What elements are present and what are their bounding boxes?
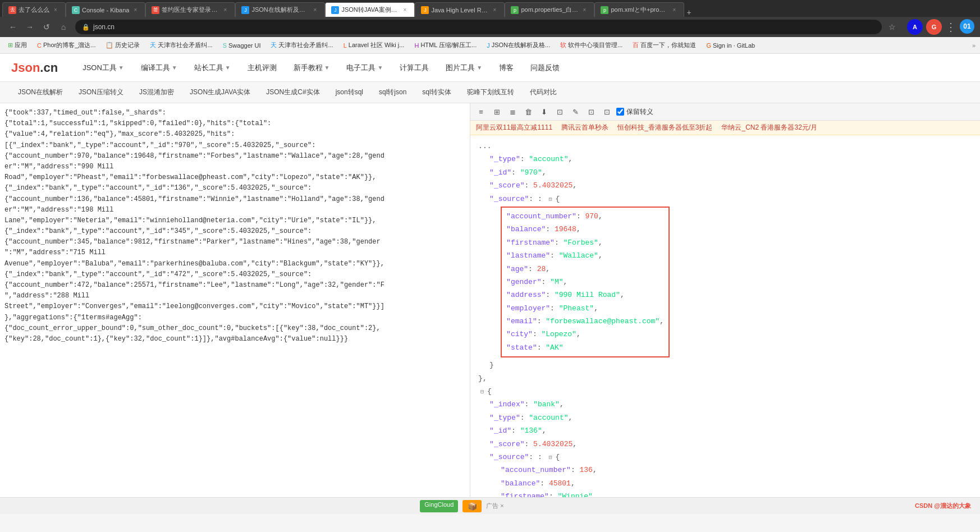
- bookmark-software[interactable]: 软 软件中心项目管理...: [557, 40, 626, 51]
- sub-nav-diff[interactable]: 代码对比: [523, 85, 564, 99]
- nav-electronic[interactable]: 电子工具 ▼: [338, 59, 391, 76]
- left-panel[interactable]: {"took":337,"timed_out":false,"_shards":…: [0, 103, 470, 497]
- ad-aliyun[interactable]: 阿里云双11最高立减1111: [476, 123, 552, 132]
- user-avatar[interactable]: 01: [960, 19, 974, 34]
- menu-button[interactable]: ⋮: [945, 19, 956, 35]
- tab-close-7[interactable]: ×: [580, 6, 588, 14]
- toolbar-edit-icon[interactable]: ✎: [569, 106, 581, 118]
- tab-close-2[interactable]: ×: [131, 6, 139, 14]
- tab-close-4[interactable]: ×: [311, 6, 319, 14]
- bookmark-html-label: HTML 压缩/解压工...: [420, 41, 477, 49]
- toolbar-expand-icon[interactable]: ⊡: [585, 106, 597, 118]
- tab-close-6[interactable]: ×: [491, 6, 498, 14]
- bookmark-baidu[interactable]: 百 百度一下，你就知道: [629, 40, 699, 51]
- tab-close-1[interactable]: ×: [52, 6, 59, 14]
- sub-nav-sql-entity[interactable]: sql转实体: [415, 85, 457, 99]
- tab-close-5[interactable]: ×: [401, 6, 409, 14]
- extension-2[interactable]: G: [926, 19, 942, 35]
- save-escape-toggle[interactable]: 保留转义: [616, 107, 653, 117]
- ad-close[interactable]: 广告 ×: [486, 502, 503, 510]
- nav-webmaster[interactable]: 站长工具 ▼: [186, 59, 239, 76]
- sub-nav-json-csharp[interactable]: JSON生成C#实体: [259, 85, 326, 99]
- ad-huanayun[interactable]: 华纳云_CN2 香港服务器32元/月: [721, 123, 817, 132]
- bookmark-4[interactable]: 天 天津市社会矛盾纠...: [267, 40, 336, 51]
- bookmark-laravel-label: Laravel 社区 Wiki j...: [349, 41, 405, 49]
- site-logo[interactable]: Json.cn: [11, 61, 58, 75]
- sub-nav-js-obfuscate[interactable]: JS混淆加密: [132, 85, 181, 99]
- bookmark-3[interactable]: 天 天津市社会矛盾纠...: [146, 40, 216, 51]
- toolbar-grid-icon[interactable]: ⊞: [491, 106, 503, 118]
- sub-nav-json-sql[interactable]: json转sql: [329, 85, 370, 99]
- tab-6[interactable]: J Java High Level REST Cli... ×: [415, 2, 505, 17]
- ad-tencent[interactable]: 腾讯云首单秒杀: [561, 123, 608, 132]
- reload-button[interactable]: ↺: [39, 20, 54, 34]
- bookmark-2[interactable]: 📋 历史记录: [102, 40, 143, 51]
- new-tab-button[interactable]: +: [686, 8, 691, 17]
- nav-json-tools-label: JSON工具: [83, 63, 117, 73]
- sub-nav-online-parse[interactable]: JSON在线解析: [11, 85, 70, 99]
- tab-close-3[interactable]: ×: [221, 6, 229, 14]
- tab-7[interactable]: p pom.properties_白整理... ×: [505, 2, 594, 17]
- bookmark-json[interactable]: J JSON在线解析及格...: [483, 40, 553, 51]
- save-escape-label: 保留转义: [626, 107, 653, 117]
- nav-compile-label: 编译工具: [141, 63, 170, 73]
- toolbar-share-icon[interactable]: ⊡: [601, 106, 613, 118]
- bookmark-html[interactable]: H HTML 压缩/解压工...: [411, 40, 480, 51]
- bookmark-laravel[interactable]: L Laravel 社区 Wiki j...: [340, 40, 408, 51]
- nav-tutorial[interactable]: 新手教程 ▼: [286, 59, 338, 76]
- bookmark-swagger[interactable]: S Swagger UI: [219, 41, 264, 50]
- nav-hosting[interactable]: 主机评测: [240, 59, 285, 76]
- ad-logos: GingCloud 📦: [420, 500, 482, 512]
- bookmark-star[interactable]: ☆: [886, 20, 898, 34]
- csdn-watermark: CSDN @溜达的大象: [915, 502, 971, 510]
- ad-hengchuang[interactable]: 恒创科技_香港服务器低至3折起: [617, 123, 712, 132]
- toolbar-download-icon[interactable]: ⬇: [538, 106, 550, 118]
- forward-button[interactable]: →: [22, 20, 37, 34]
- bookmark-baidu-label: 百度一下，你就知道: [640, 41, 696, 49]
- bookmarks-bar: ⊞ 应用 C Phor的博客_溜达... 📋 历史记录 天 天津市社会矛盾纠..…: [0, 37, 980, 54]
- bookmark-1[interactable]: C Phor的博客_溜达...: [34, 40, 99, 51]
- tab-4[interactable]: J JSON在线解析及格式化验证... ×: [235, 2, 325, 17]
- tab-favicon-8: p: [601, 6, 608, 14]
- toolbar-list-icon[interactable]: ≣: [506, 106, 519, 118]
- ad-logo-gingcloud[interactable]: GingCloud: [420, 500, 458, 512]
- home-button[interactable]: ⌂: [56, 20, 71, 34]
- bookmark-gitlab[interactable]: G Sign in · GitLab: [703, 41, 758, 50]
- back-button[interactable]: ←: [6, 20, 20, 34]
- sub-nav-sql-json[interactable]: sql转json: [372, 85, 413, 99]
- nav-electronic-label: 电子工具: [346, 63, 375, 73]
- nav-image[interactable]: 图片工具 ▼: [438, 59, 490, 76]
- sub-nav-camel[interactable]: 驼峰下划线互转: [460, 85, 521, 99]
- bottom-ad: GingCloud 📦 广告 ×: [420, 500, 503, 512]
- bookmark-software-label: 软件中心项目管理...: [568, 41, 622, 49]
- swagger-icon: S: [223, 42, 227, 49]
- secure-icon: 🔒: [82, 24, 90, 31]
- tab-8[interactable]: p pom.xmlと中+propertie... ×: [594, 2, 684, 17]
- apps-icon: ⊞: [8, 42, 13, 49]
- nav-json-tools[interactable]: JSON工具 ▼: [75, 59, 132, 76]
- nav-feedback[interactable]: 问题反馈: [523, 59, 567, 76]
- json-view[interactable]: ..."_type": "account","_id": "970","_sco…: [470, 135, 980, 497]
- sub-nav-json-java[interactable]: JSON生成JAVA实体: [183, 85, 257, 99]
- nav-blog[interactable]: 博客: [491, 59, 521, 76]
- sub-nav-compress[interactable]: JSON压缩转义: [72, 85, 130, 99]
- ad-logo-orange[interactable]: 📦: [462, 500, 482, 512]
- nav-tutorial-arrow: ▼: [324, 65, 330, 71]
- toolbar-format-icon[interactable]: ≡: [475, 106, 487, 118]
- bookmark-apps[interactable]: ⊞ 应用: [4, 40, 30, 51]
- gitlab-icon: G: [706, 42, 711, 49]
- tab-close-8[interactable]: ×: [670, 6, 678, 14]
- nav-calculator[interactable]: 计算工具: [392, 59, 437, 76]
- toolbar-copy-icon[interactable]: ⊡: [553, 106, 566, 118]
- extension-1[interactable]: A: [907, 19, 923, 35]
- tab-5[interactable]: J JSON转JAVA案例(在线G... ×: [325, 2, 415, 17]
- save-escape-checkbox[interactable]: [616, 108, 624, 116]
- tab-3[interactable]: 签 签约医生专家登录么么系统 ×: [145, 2, 235, 17]
- nav-json-tools-arrow: ▼: [118, 65, 124, 71]
- url-bar[interactable]: 🔒 json.cn: [75, 20, 882, 34]
- tab-2[interactable]: C Console - Kibana ×: [66, 2, 145, 17]
- toolbar-delete-icon[interactable]: 🗑: [522, 106, 534, 118]
- more-bookmarks[interactable]: »: [972, 42, 976, 49]
- tab-1[interactable]: 去 去了么么么 ×: [2, 2, 66, 17]
- nav-compile-tools[interactable]: 编译工具 ▼: [133, 59, 185, 76]
